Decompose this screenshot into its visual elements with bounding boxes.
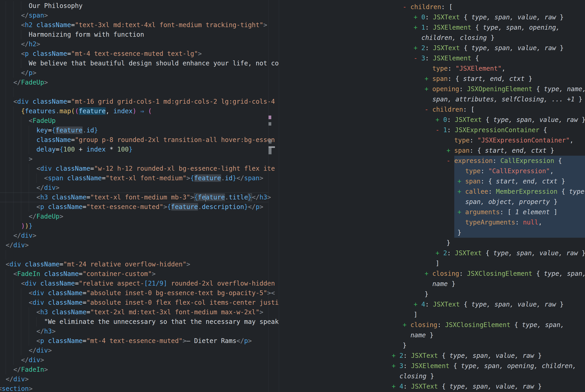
collapse-toggle-icon[interactable]: - — [403, 3, 410, 11]
code-line[interactable]: <div className="absolute inset-0 bg-esse… — [0, 288, 279, 298]
code-line[interactable]: className="group p-8 rounded-2xl transit… — [0, 135, 279, 145]
ast-line[interactable]: + 1: JSXElement { type, span, opening, — [279, 22, 585, 32]
code-line[interactable]: Harmonizing form with function — [0, 30, 279, 40]
code-line[interactable] — [0, 250, 279, 260]
expand-toggle-icon[interactable]: + — [414, 14, 421, 21]
code-line[interactable]: <p className="mt-4 text-essence-muted">—… — [0, 336, 279, 346]
ast-line[interactable]: type: "JSXElement", — [279, 63, 585, 74]
code-line[interactable]: </FadeIn> — [0, 365, 279, 374]
ast-line[interactable]: span, object, property } — [279, 197, 585, 207]
code-line-current[interactable]: <h3 className="text-xl font-medium mb-3"… — [0, 192, 279, 202]
expand-toggle-icon[interactable]: + — [392, 383, 400, 390]
ast-line[interactable]: } — [279, 228, 585, 238]
code-line[interactable]: {features.map((feature, index) ⇒ ( — [0, 106, 279, 116]
expand-toggle-icon[interactable]: + — [457, 178, 465, 185]
expand-toggle-icon[interactable]: + — [392, 352, 400, 360]
code-line[interactable]: > — [0, 154, 279, 164]
code-line[interactable]: <h2 className="text-3xl md:text-4xl font… — [0, 20, 279, 30]
expand-toggle-icon[interactable]: + — [436, 249, 443, 257]
expand-toggle-icon[interactable]: + — [414, 24, 421, 31]
ast-line[interactable]: ] — [279, 310, 585, 320]
code-line[interactable]: <div className="absolute inset-0 flex fl… — [0, 298, 279, 308]
ast-line[interactable]: span, attributes, selfClosing, ... +1 } — [279, 94, 585, 104]
code-line[interactable]: </div> — [0, 240, 279, 250]
code-line[interactable] — [0, 87, 279, 97]
code-line[interactable]: </span> — [0, 11, 279, 20]
ast-line[interactable]: + opening: JSXOpeningElement { type, nam… — [279, 84, 585, 94]
code-line[interactable]: <div className="mt-16 grid grid-cols-1 m… — [0, 97, 279, 106]
ast-line[interactable]: + 0: JSXText { type, span, value, raw } — [279, 12, 585, 22]
ast-line[interactable]: - expression: CallExpression { — [279, 156, 585, 166]
expand-toggle-icon[interactable]: + — [414, 300, 421, 308]
code-line[interactable]: <FadeIn className="container-custom"> — [0, 269, 279, 279]
code-line[interactable]: </h2> — [0, 40, 279, 49]
code-line[interactable]: <div className="mt-24 relative overflow-… — [0, 260, 279, 269]
code-line[interactable]: <span className="text-xl font-medium">{f… — [0, 174, 279, 183]
ast-line[interactable]: - children: [ — [279, 104, 585, 115]
ast-line[interactable]: - children: [ — [279, 2, 585, 12]
ast-line[interactable]: + arguments: [ 1 element ] — [279, 207, 585, 217]
code-line[interactable]: Our Philosophy — [0, 1, 279, 11]
ast-line[interactable]: name } — [279, 330, 585, 340]
ast-line[interactable]: type: "JSXExpressionContainer", — [279, 135, 585, 146]
ast-line[interactable]: + 3: JSXElement { type, span, opening, c… — [279, 361, 585, 371]
ast-line[interactable]: + closing: JSXClosingElement { type, spa… — [279, 268, 585, 279]
code-line[interactable]: delay={100 + index * 100} — [0, 145, 279, 154]
ast-tree-pane[interactable]: - children: [+ 0: JSXText { type, span, … — [279, 0, 585, 392]
code-line[interactable]: </div> — [0, 183, 279, 192]
expand-toggle-icon[interactable]: + — [425, 85, 432, 93]
code-line[interactable]: <FadeUp — [0, 116, 279, 126]
ast-line[interactable]: + 4: JSXText { type, span, value, raw } — [279, 299, 585, 310]
ast-line[interactable]: ] — [279, 258, 585, 268]
expand-toggle-icon[interactable]: + — [447, 147, 454, 154]
code-line[interactable]: We believe that beautiful design should … — [0, 58, 279, 68]
code-line[interactable]: </p> — [0, 68, 279, 78]
code-line[interactable]: </div> — [0, 355, 279, 365]
expand-toggle-icon[interactable]: + — [425, 270, 432, 277]
expand-toggle-icon[interactable]: + — [425, 75, 432, 82]
ast-line[interactable]: closing } — [279, 371, 585, 381]
ast-line[interactable]: + callee: MemberExpression { type, — [279, 186, 585, 197]
ast-line[interactable]: + span: { start, end, ctxt } — [279, 74, 585, 84]
code-line[interactable]: <div className="w-12 h-12 rounded-xl bg-… — [0, 164, 279, 174]
expand-toggle-icon[interactable]: + — [436, 116, 443, 124]
code-line[interactable]: <h3 className="text-2xl md:text-3xl font… — [0, 308, 279, 317]
ast-line[interactable]: + 2: JSXText { type, span, value, raw } — [279, 350, 585, 361]
expand-toggle-icon[interactable]: + — [403, 321, 410, 329]
expand-toggle-icon[interactable]: + — [457, 208, 465, 216]
code-editor-pane[interactable]: Our Philosophy</span><h2 className="text… — [0, 0, 279, 392]
ast-line[interactable]: } — [279, 340, 585, 350]
code-line[interactable]: key={feature.id} — [0, 126, 279, 135]
expand-toggle-icon[interactable]: + — [392, 362, 400, 370]
collapse-toggle-icon[interactable]: - — [447, 157, 454, 164]
collapse-toggle-icon[interactable]: - — [414, 54, 421, 62]
code-line[interactable]: "We eliminate the unnecessary so that th… — [0, 317, 279, 326]
code-line[interactable]: <div className="relative aspect-[21/9] r… — [0, 279, 279, 288]
code-line[interactable]: </div> — [0, 346, 279, 355]
ast-line[interactable]: + 4: JSXText { type, span, value, raw } — [279, 381, 585, 392]
code-line[interactable]: <section> — [0, 384, 279, 392]
code-line[interactable]: </FadeUp> — [0, 212, 279, 221]
ast-line[interactable]: children, closing } — [279, 32, 585, 43]
code-line[interactable]: ))} — [0, 221, 279, 231]
ast-line[interactable]: type: "CallExpression", — [279, 166, 585, 176]
code-line[interactable]: <p className="mt-4 text-essence-muted te… — [0, 49, 279, 58]
expand-toggle-icon[interactable]: + — [457, 188, 465, 195]
ast-line[interactable]: + 2: JSXText { type, span, value, raw } — [279, 248, 585, 258]
ast-line[interactable]: + span: { start, end, ctxt } — [279, 146, 585, 156]
ast-line[interactable]: name } — [279, 279, 585, 289]
collapse-toggle-icon[interactable]: - — [425, 106, 432, 113]
ast-line[interactable]: + 2: JSXText { type, span, value, raw } — [279, 43, 585, 53]
expand-toggle-icon[interactable]: + — [414, 44, 421, 52]
code-line[interactable]: </div> — [0, 374, 279, 384]
code-line[interactable]: </FadeUp> — [0, 78, 279, 87]
ast-line[interactable]: } — [279, 289, 585, 299]
ast-line[interactable]: + span: { start, end, ctxt } — [279, 176, 585, 186]
ast-line[interactable]: + closing: JSXClosingElement { type, spa… — [279, 320, 585, 330]
ast-line[interactable]: - 1: JSXExpressionContainer { — [279, 125, 585, 135]
ast-line[interactable]: - 3: JSXElement { — [279, 53, 585, 63]
code-line[interactable]: <p className="text-essence-muted">{featu… — [0, 202, 279, 212]
code-line[interactable]: </h3> — [0, 326, 279, 336]
code-line[interactable]: </div> — [0, 231, 279, 240]
ast-line[interactable]: + 0: JSXText { type, span, value, raw } — [279, 115, 585, 125]
